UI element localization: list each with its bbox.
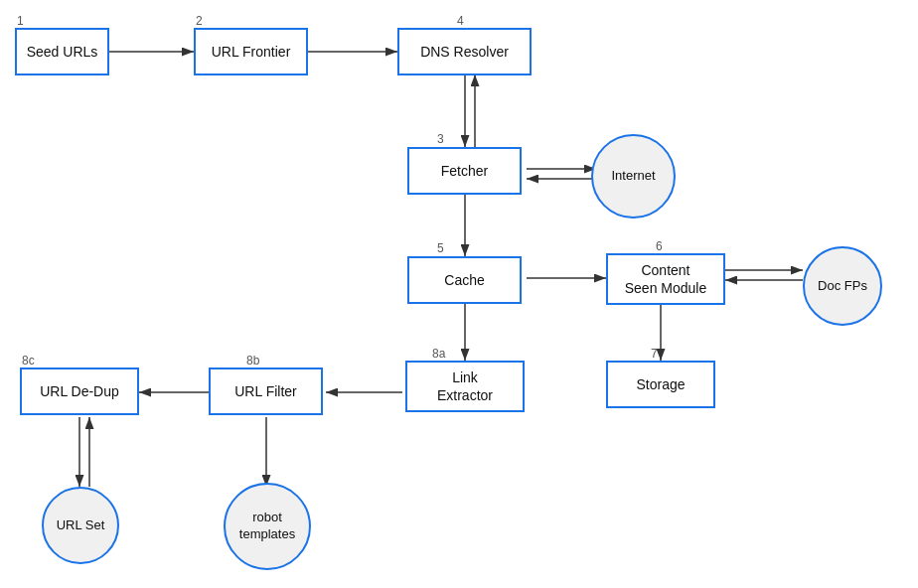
fetcher-label: Fetcher bbox=[441, 162, 488, 180]
seed-urls-node: Seed URLs bbox=[15, 28, 109, 75]
content-seen-label: ContentSeen Module bbox=[625, 261, 707, 297]
url-dedup-label: URL De-Dup bbox=[40, 382, 119, 400]
url-filter-label: URL Filter bbox=[234, 382, 297, 400]
diagram: Seed URLs 1 URL Frontier 2 DNS Resolver … bbox=[0, 0, 918, 588]
cache-node: Cache bbox=[407, 256, 522, 304]
robot-templates-node: robot templates bbox=[224, 483, 311, 570]
storage-node: Storage bbox=[606, 361, 715, 408]
content-seen-step: 6 bbox=[656, 239, 663, 253]
robot-templates-label: robot templates bbox=[226, 510, 309, 543]
doc-fps-node: Doc FPs bbox=[803, 246, 882, 326]
link-extractor-label: LinkExtractor bbox=[437, 368, 493, 404]
content-seen-node: ContentSeen Module bbox=[606, 253, 725, 305]
storage-label: Storage bbox=[636, 375, 685, 393]
cache-label: Cache bbox=[444, 271, 484, 289]
dns-resolver-step: 4 bbox=[457, 14, 464, 28]
url-frontier-step: 2 bbox=[196, 14, 203, 28]
url-frontier-node: URL Frontier bbox=[194, 28, 308, 75]
url-filter-node: URL Filter bbox=[209, 368, 323, 415]
dns-resolver-node: DNS Resolver bbox=[397, 28, 532, 75]
url-dedup-node: URL De-Dup bbox=[20, 368, 139, 415]
fetcher-node: Fetcher bbox=[407, 147, 522, 195]
seed-urls-label: Seed URLs bbox=[27, 43, 98, 61]
url-set-node: URL Set bbox=[42, 487, 119, 564]
internet-label: Internet bbox=[611, 168, 655, 185]
url-filter-step: 8b bbox=[246, 354, 259, 368]
url-frontier-label: URL Frontier bbox=[212, 43, 291, 61]
url-dedup-step: 8c bbox=[22, 354, 35, 368]
doc-fps-label: Doc FPs bbox=[818, 278, 867, 295]
storage-step: 7 bbox=[651, 347, 658, 361]
link-extractor-node: LinkExtractor bbox=[405, 361, 525, 412]
cache-step: 5 bbox=[437, 241, 444, 255]
url-set-label: URL Set bbox=[57, 517, 105, 534]
fetcher-step: 3 bbox=[437, 132, 444, 146]
dns-resolver-label: DNS Resolver bbox=[420, 43, 509, 61]
internet-node: Internet bbox=[591, 134, 676, 219]
link-extractor-step: 8a bbox=[432, 347, 445, 361]
seed-urls-step: 1 bbox=[17, 14, 24, 28]
